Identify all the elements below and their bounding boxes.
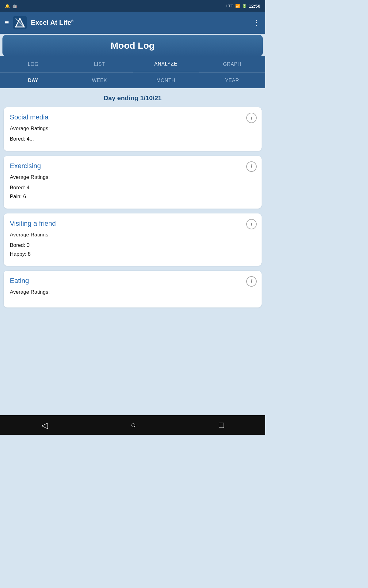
card-title-exercising: Exercising (10, 162, 255, 170)
home-button[interactable]: ○ (131, 420, 136, 430)
card-eating: Eating i Average Ratings: (4, 271, 262, 307)
ratings-social-media: Bored: 4... (10, 135, 255, 144)
lte-icon: LTE (226, 4, 233, 8)
tabs-row1: LOG LIST ANALYZE GRAPH (0, 56, 265, 72)
info-button-eating[interactable]: i (246, 276, 257, 287)
recent-apps-button[interactable]: □ (219, 420, 224, 430)
bottom-nav: ◁ ○ □ (0, 415, 265, 435)
status-bar: 🔔 🤖 LTE 📶 🔋 12:50 (0, 0, 265, 12)
battery-icon: 🔋 (242, 4, 247, 8)
card-social-media: Social media i Average Ratings: Bored: 4… (4, 107, 262, 151)
mood-log-header: Mood Log (2, 35, 263, 56)
tab-year[interactable]: YEAR (199, 73, 265, 88)
notification-icon: 🔔 (5, 4, 10, 8)
avg-ratings-label-visiting-a-friend: Average Ratings: (10, 232, 255, 238)
card-visiting-a-friend: Visiting a friend i Average Ratings: Bor… (4, 213, 262, 266)
card-title-eating: Eating (10, 277, 255, 285)
avg-ratings-label-eating: Average Ratings: (10, 289, 255, 295)
tab-list[interactable]: LIST (66, 56, 132, 72)
tab-graph[interactable]: GRAPH (199, 56, 265, 72)
card-title-social-media: Social media (10, 113, 255, 121)
info-button-visiting-a-friend[interactable]: i (246, 219, 257, 229)
app-title: Excel At Life® (31, 19, 74, 27)
ratings-exercising: Bored: 4 Pain: 6 (10, 183, 255, 201)
android-icon: 🤖 (12, 4, 17, 8)
card-title-visiting-a-friend: Visiting a friend (10, 220, 255, 228)
status-time: 12:50 (249, 3, 260, 9)
tab-log[interactable]: LOG (0, 56, 66, 72)
card-exercising: Exercising i Average Ratings: Bored: 4 P… (4, 156, 262, 209)
info-button-exercising[interactable]: i (246, 161, 257, 172)
hamburger-menu-icon[interactable]: ≡ (5, 19, 9, 27)
avg-ratings-label-exercising: Average Ratings: (10, 174, 255, 180)
tab-week[interactable]: WEEK (66, 73, 132, 88)
content-area: Day ending 1/10/21 Social media i Averag… (0, 88, 265, 415)
tab-month[interactable]: MONTH (133, 73, 199, 88)
info-button-social-media[interactable]: i (246, 113, 257, 123)
tab-analyze[interactable]: ANALYZE (133, 56, 199, 72)
more-options-icon[interactable]: ⋮ (253, 18, 260, 27)
ratings-visiting-a-friend: Bored: 0 Happy: 8 (10, 241, 255, 259)
app-bar: ≡ Excel At Life® ⋮ (0, 12, 265, 34)
tabs-row2: DAY WEEK MONTH YEAR (0, 72, 265, 88)
signal-icon: 📶 (235, 4, 240, 8)
avg-ratings-label-social-media: Average Ratings: (10, 126, 255, 132)
app-logo (13, 16, 27, 29)
day-label: Day ending 1/10/21 (4, 94, 262, 102)
back-button[interactable]: ◁ (41, 420, 48, 430)
mood-log-title: Mood Log (111, 40, 155, 51)
tab-day[interactable]: DAY (0, 73, 66, 88)
